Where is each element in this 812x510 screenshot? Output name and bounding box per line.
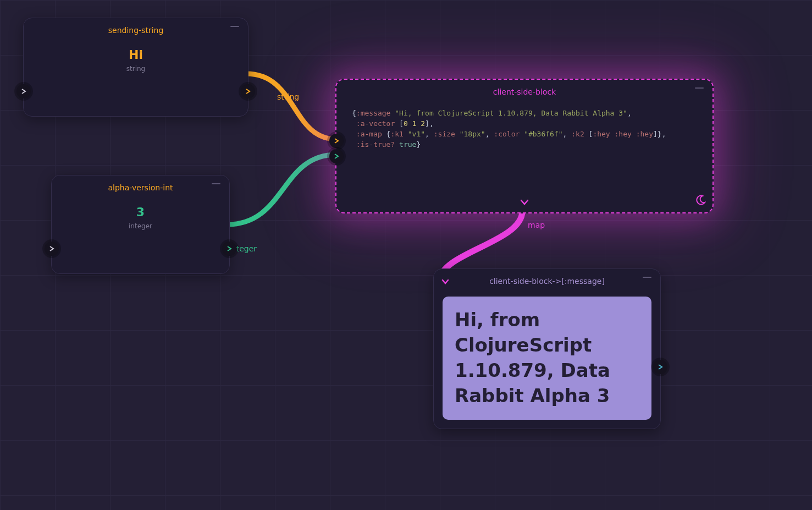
node-title: alpha-version-int [108,183,173,192]
input-port[interactable] [45,242,59,256]
node-value: Hi [129,48,143,62]
minimize-icon[interactable] [695,87,704,89]
chevron-right-icon [49,246,54,251]
wire-integer [227,155,336,224]
minimize-icon[interactable] [230,26,239,27]
node-value: 3 [136,205,145,219]
node-title: sending-string [108,26,164,35]
chevron-right-icon [227,246,232,251]
chevron-right-icon [245,89,251,94]
node-title: client-side-block [493,87,556,96]
output-port[interactable] [653,360,667,374]
chevron-right-icon [21,89,26,94]
node-message-output[interactable]: client-side-block->[:message] Hi, from C… [433,268,661,429]
node-sending-string[interactable]: sending-string Hi string [23,18,248,117]
input-port-1[interactable] [329,134,344,148]
wire-label-string: string [277,92,299,101]
node-client-side-block[interactable]: client-side-block {:message "Hi, from Cl… [335,79,714,213]
node-title: client-side-block->[:message] [489,277,605,286]
chevron-right-icon [658,364,663,370]
node-type-label: integer [129,222,152,230]
moon-icon[interactable] [695,195,706,208]
output-port[interactable] [241,84,255,98]
node-header: alpha-version-int [52,176,229,200]
chevron-right-icon [334,138,339,144]
output-port[interactable] [222,242,236,256]
minimize-icon[interactable] [643,277,651,278]
node-type-label: string [126,65,145,73]
node-code-body[interactable]: {:message "Hi, from ClojureScript 1.10.8… [336,104,712,166]
node-alpha-version-int[interactable]: alpha-version-int 3 integer [51,175,230,274]
minimize-icon[interactable] [212,183,220,184]
node-header: client-side-block [336,80,712,104]
message-body: Hi, from ClojureScript 1.10.879, Data Ra… [443,297,651,420]
wire-string [246,74,336,139]
chevron-down-icon[interactable] [441,277,449,287]
node-header: client-side-block->[:message] [434,269,660,293]
expand-down-icon[interactable] [520,198,529,208]
chevron-right-icon [334,153,339,159]
node-header: sending-string [24,18,248,42]
input-port-2[interactable] [329,149,344,163]
wire-label-map: map [528,221,545,229]
input-port[interactable] [16,84,31,98]
